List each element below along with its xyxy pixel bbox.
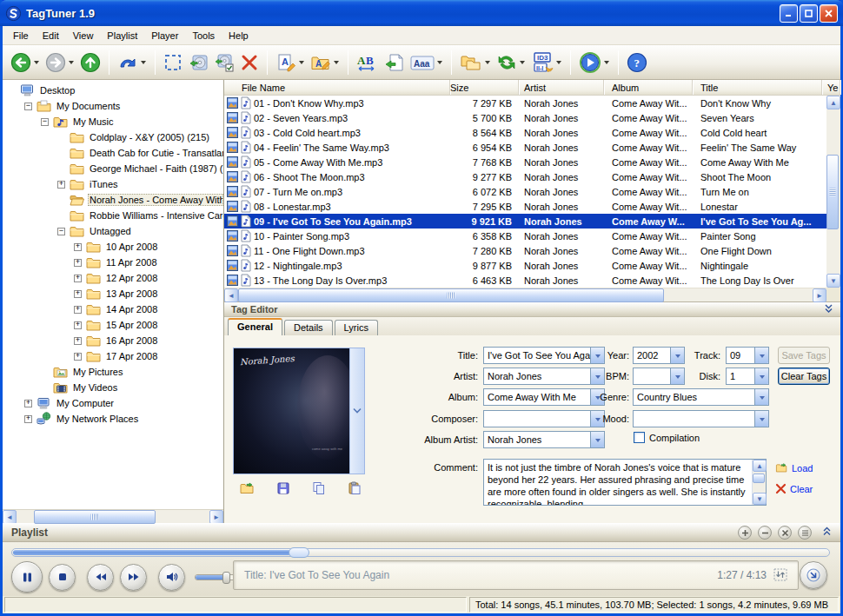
menu-help[interactable]: Help [222, 28, 256, 43]
comment-text[interactable]: It is not just the timbre of Norah Jones… [484, 460, 752, 505]
help-button[interactable]: ? [624, 50, 650, 76]
tree-item-13-apr-2008[interactable]: +13 Apr 2008 [3, 286, 223, 301]
playlist-remove-button[interactable] [758, 526, 772, 540]
select-button[interactable] [161, 50, 185, 75]
tree-item-my-music[interactable]: −My Music [3, 114, 223, 129]
tree-item-george-michael-faith-1987-192[interactable]: George Michael - Faith (1987) (192 [3, 161, 223, 176]
tree-item-death-cab-for-cutie-transatlantic[interactable]: Death Cab for Cutie - Transatlantic [3, 145, 223, 161]
compilation-checkbox[interactable] [634, 432, 645, 443]
tree-item-coldplay-x-y-2005-215[interactable]: Coldplay - X&Y (2005) (215) [3, 129, 223, 145]
tree-item-my-network-places[interactable]: +My Network Places [3, 411, 223, 427]
expander-plus-icon[interactable]: + [74, 337, 82, 345]
clear-artwork-link[interactable]: Clear [775, 483, 813, 494]
scroll-left-icon[interactable]: ◄ [3, 510, 17, 524]
file-row[interactable]: 05 - Come Away With Me.mp37 768 KBNorah … [224, 155, 826, 169]
column-header-size[interactable]: Size [450, 80, 519, 95]
player-toggle-button[interactable] [800, 561, 827, 589]
file-row[interactable]: 08 - Lonestar.mp37 295 KBNorah JonesCome… [224, 199, 826, 214]
tree-item-14-apr-2008[interactable]: +14 Apr 2008 [3, 301, 223, 317]
file-row[interactable]: 13 - The Long Day Is Over.mp36 463 KBNor… [224, 273, 826, 288]
list-horizontal-scrollbar[interactable]: ◄ ► [224, 288, 826, 301]
dropdown-arrow-icon[interactable] [485, 61, 490, 67]
tab-details[interactable]: Details [284, 320, 333, 335]
save-tags-button[interactable] [185, 50, 211, 75]
menu-view[interactable]: View [66, 28, 101, 43]
volume-button[interactable] [158, 564, 185, 591]
menu-playlist[interactable]: Playlist [100, 28, 144, 43]
expander-minus-icon[interactable]: − [57, 228, 65, 235]
export-button[interactable] [382, 50, 408, 75]
menu-file[interactable]: File [6, 28, 36, 43]
expander-plus-icon[interactable]: + [74, 275, 82, 282]
art-paste-button[interactable] [348, 481, 362, 495]
organize-folders-button[interactable] [457, 50, 494, 75]
seek-bar[interactable] [11, 548, 830, 557]
dropdown-arrow-icon[interactable] [69, 61, 74, 67]
tree-item-12-apr-2008[interactable]: +12 Apr 2008 [3, 270, 223, 286]
clear-tags-button[interactable]: Clear Tags [778, 368, 830, 385]
genre-combobox[interactable]: Country Blues [633, 388, 769, 406]
file-row[interactable]: 02 - Seven Years.mp35 700 KBNorah JonesC… [224, 110, 826, 125]
dropdown-arrow-icon[interactable] [334, 61, 339, 67]
tag-from-filename-button[interactable]: A [273, 50, 308, 75]
maximize-button[interactable] [800, 4, 818, 23]
forward-button[interactable] [43, 50, 77, 76]
expander-plus-icon[interactable]: + [74, 290, 82, 298]
scroll-left-icon[interactable]: ◄ [224, 288, 238, 302]
play-button[interactable] [576, 49, 613, 76]
refresh-button[interactable] [494, 50, 528, 75]
id3-convert-button[interactable]: ID3II-I [528, 50, 565, 76]
tree-item-my-documents[interactable]: −My Documents [3, 98, 223, 114]
dropdown-arrow-icon[interactable] [437, 61, 442, 67]
track-combobox[interactable]: 09 [726, 347, 769, 364]
tree-item-16-apr-2008[interactable]: +16 Apr 2008 [3, 333, 223, 348]
filename-from-tag-button[interactable]: A [308, 50, 342, 75]
expander-plus-icon[interactable]: + [24, 415, 32, 423]
volume-handle[interactable] [222, 572, 230, 584]
scroll-right-icon[interactable]: ► [209, 510, 223, 524]
file-row[interactable]: 09 - I've Got To See You Again.mp39 921 … [224, 214, 826, 229]
file-row[interactable]: 12 - Nightingale.mp39 877 KBNorah JonesC… [224, 258, 826, 273]
tab-lyrics[interactable]: Lyrics [335, 320, 378, 335]
tree-item-17-apr-2008[interactable]: +17 Apr 2008 [3, 348, 223, 364]
up-button[interactable] [77, 50, 103, 76]
menu-edit[interactable]: Edit [36, 28, 66, 43]
pause-button[interactable] [11, 561, 43, 593]
comment-scrollbar[interactable]: ▲ ▼ [752, 460, 766, 505]
album-artist-combobox[interactable]: Norah Jones [483, 431, 605, 448]
expander-plus-icon[interactable]: + [57, 181, 65, 189]
minimize-button[interactable] [780, 4, 798, 23]
expander-plus-icon[interactable]: + [74, 353, 82, 361]
save-tags-options-button[interactable] [211, 50, 237, 75]
change-case-button[interactable]: Aaa [408, 50, 446, 75]
playlist-clear-button[interactable] [778, 526, 792, 540]
seek-thumb[interactable] [289, 547, 309, 558]
dropdown-arrow-icon[interactable] [34, 61, 39, 67]
collapse-panel-icon[interactable] [824, 304, 833, 315]
disk-combobox[interactable]: 1 [726, 368, 769, 385]
file-row[interactable]: 06 - Shoot The Moon.mp39 277 KBNorah Jon… [224, 169, 826, 184]
art-save-button[interactable] [276, 481, 290, 495]
previous-button[interactable] [87, 564, 114, 591]
expander-plus-icon[interactable]: + [74, 243, 82, 251]
tree-item-my-videos[interactable]: My Videos [3, 380, 223, 395]
column-header-ye[interactable]: Ye [822, 80, 840, 95]
file-row[interactable]: 04 - Feelin' The Same Way.mp36 954 KBNor… [224, 140, 826, 155]
stop-button[interactable] [49, 564, 76, 591]
tree-item-robbie-williams-intensive-care-2[interactable]: Robbie Williams - Intensive Care (2 [3, 208, 223, 223]
expander-minus-icon[interactable]: − [41, 118, 49, 126]
expander-plus-icon[interactable]: + [74, 321, 82, 329]
undo-button[interactable] [115, 50, 149, 75]
tree-horizontal-scrollbar[interactable]: ◄ ► [3, 509, 223, 523]
scroll-up-icon[interactable]: ▲ [826, 96, 840, 109]
list-vertical-scrollbar[interactable]: ▲ ▼ [826, 96, 840, 288]
next-button[interactable] [120, 564, 147, 591]
track-transfer-icon[interactable] [773, 568, 787, 583]
column-header-album[interactable]: Album [604, 80, 693, 95]
dropdown-arrow-icon[interactable] [520, 61, 525, 67]
art-copy-button[interactable] [312, 481, 326, 495]
rename-button[interactable]: AB [354, 50, 382, 75]
tree-item-desktop[interactable]: Desktop [3, 83, 223, 98]
expander-plus-icon[interactable]: + [24, 400, 32, 407]
tree-item-10-apr-2008[interactable]: +10 Apr 2008 [3, 239, 223, 255]
